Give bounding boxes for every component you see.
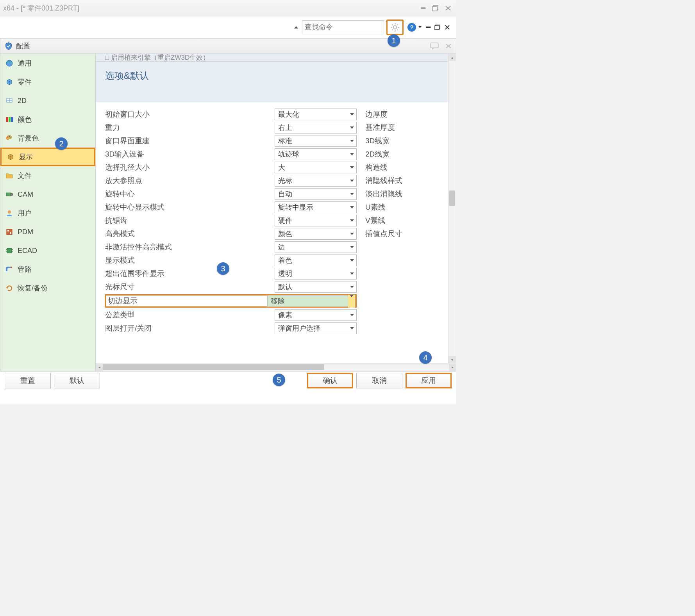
option-combo[interactable]: 弹窗用户选择	[275, 322, 357, 334]
sidebar-label: 恢复/备份	[18, 283, 48, 293]
svg-rect-28	[7, 230, 9, 231]
sidebar-label: CAM	[18, 190, 33, 199]
scrollbar-thumb[interactable]	[449, 190, 455, 206]
chevron-down-icon	[350, 126, 354, 129]
folder-icon	[5, 171, 14, 180]
option-combo[interactable]: 着色	[275, 255, 357, 266]
cancel-button[interactable]: 取消	[356, 373, 402, 388]
option-label: 重力	[105, 121, 266, 134]
option-combo[interactable]: 右上	[275, 122, 357, 134]
button-bar: 重置 默认 确认 取消 应用 5	[0, 371, 456, 389]
config-title: 配置	[16, 41, 430, 51]
svg-point-22	[9, 136, 10, 137]
option-combo[interactable]: 旋转中显示	[275, 201, 357, 213]
chevron-down-icon	[350, 286, 354, 288]
palette-icon	[5, 134, 14, 142]
sidebar-item-2d[interactable]: 2D	[0, 91, 95, 110]
chip-icon	[5, 246, 14, 255]
sidebar-item-color[interactable]: 颜色	[0, 110, 95, 129]
sidebar-label: 管路	[18, 265, 32, 274]
inner-close-button[interactable]	[443, 25, 452, 30]
reset-button[interactable]: 重置	[5, 373, 51, 388]
horizontal-scrollbar[interactable]: ◂ ▸	[96, 363, 456, 371]
search-input[interactable]	[305, 23, 395, 31]
svg-point-21	[7, 137, 9, 138]
scroll-down-arrow[interactable]: ▾	[448, 356, 456, 363]
combo-value: 硬件	[278, 216, 292, 225]
chevron-down-icon	[350, 206, 354, 208]
option-combo[interactable]: 最大化	[275, 109, 357, 120]
sidebar-label: 文件	[18, 171, 32, 180]
sidebar-item-file[interactable]: 文件	[0, 166, 95, 185]
svg-point-23	[10, 137, 11, 138]
option-combo[interactable]: 颜色	[275, 228, 357, 240]
step-marker-5: 5	[273, 374, 285, 386]
expand-toggle[interactable]	[294, 26, 298, 28]
titlebar: x64 - [* 零件001.Z3PRT] ━	[0, 0, 456, 16]
chevron-down-icon	[350, 193, 354, 195]
scroll-right-arrow[interactable]: ▸	[449, 364, 456, 371]
default-button[interactable]: 默认	[54, 373, 100, 388]
svg-point-6	[393, 25, 397, 29]
option-combo[interactable]: 默认	[275, 281, 357, 293]
option-combo[interactable]: 大	[275, 162, 357, 173]
minimize-button[interactable]: ━	[418, 4, 428, 12]
option-label: 图层打开/关闭	[105, 322, 266, 335]
sidebar-item-cam[interactable]: CAM	[0, 185, 95, 204]
cube-icon	[6, 153, 15, 161]
combo-value: 颜色	[278, 229, 292, 239]
option-combo[interactable]: 光标	[275, 175, 357, 187]
scroll-up-arrow[interactable]: ▴	[448, 54, 456, 61]
sidebar-item-backup[interactable]: 恢复/备份	[0, 279, 95, 297]
extra-label: 边厚度	[365, 109, 447, 119]
option-combo[interactable]: 透明	[275, 268, 357, 280]
combo-value: 最大化	[278, 110, 299, 119]
panel-close-button[interactable]	[445, 43, 452, 49]
svg-rect-8	[435, 26, 439, 30]
feedback-icon[interactable]	[430, 43, 439, 50]
sidebar-item-user[interactable]: 用户	[0, 204, 95, 223]
chevron-down-icon	[350, 327, 354, 329]
option-combo[interactable]: 标准	[275, 135, 357, 147]
sidebar-item-pdm[interactable]: PDM	[0, 223, 95, 241]
option-combo[interactable]: 硬件	[275, 215, 357, 226]
sidebar-label: 显示	[19, 152, 33, 162]
svg-rect-11	[431, 43, 438, 48]
vertical-scrollbar[interactable]: ▴ ▾	[448, 54, 456, 363]
help-button[interactable]: ?	[407, 22, 417, 32]
backup-icon	[5, 284, 14, 292]
option-combo[interactable]: 自动	[275, 188, 357, 200]
search-box	[302, 20, 384, 34]
content-area: □ 启用植来引擎（重启ZW3D生效） 选项&默认 初始窗口大小最大化边厚度重力右…	[96, 54, 456, 371]
extra-label: 2D线宽	[365, 149, 447, 159]
maximize-button[interactable]	[431, 4, 441, 12]
option-combo[interactable]: 移除	[267, 295, 356, 307]
sidebar-item-ecad[interactable]: ECAD	[0, 241, 95, 260]
chevron-down-icon	[350, 113, 354, 116]
settings-gear-button[interactable]	[386, 20, 404, 35]
sidebar-item-part[interactable]: 零件	[0, 73, 95, 91]
option-label: 窗口界面重建	[105, 134, 266, 148]
panel-title: 选项&默认	[105, 69, 447, 82]
hscrollbar-thumb[interactable]	[103, 364, 324, 370]
option-combo[interactable]: 像素	[275, 309, 357, 321]
svg-point-35	[11, 267, 12, 268]
inner-minimize-button[interactable]: ━	[425, 23, 432, 32]
option-label: 抗锯齿	[105, 214, 266, 227]
option-combo[interactable]: 边	[275, 241, 357, 253]
sidebar-item-general[interactable]: 通用	[0, 54, 95, 73]
sidebar-item-routing[interactable]: 管路	[0, 260, 95, 279]
gear-icon	[390, 22, 400, 32]
scroll-left-arrow[interactable]: ◂	[96, 364, 103, 371]
chevron-down-icon	[350, 259, 354, 262]
help-dropdown-arrow[interactable]	[418, 26, 422, 28]
sidebar-item-display[interactable]: 显示	[0, 148, 95, 166]
close-button[interactable]	[443, 4, 453, 12]
sidebar-item-background[interactable]: 背景色	[0, 129, 95, 148]
apply-button[interactable]: 应用	[406, 373, 452, 388]
inner-restore-button[interactable]	[433, 25, 442, 30]
ok-button[interactable]: 确认	[307, 373, 353, 388]
option-label: 光标尺寸	[105, 280, 266, 294]
chevron-down-icon	[350, 153, 354, 155]
option-combo[interactable]: 轨迹球	[275, 148, 357, 160]
